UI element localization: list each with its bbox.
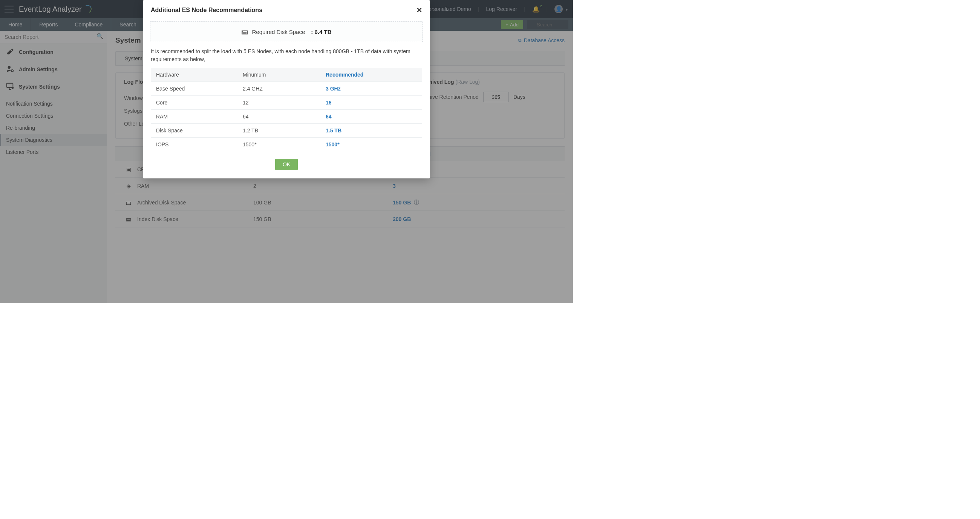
es-node-modal: Additional ES Node Recommendations ✕ 🖴 R… — [143, 0, 430, 179]
modal-title: Additional ES Node Recommendations — [151, 7, 262, 14]
modal-row: IOPS 1500* 1500* — [151, 138, 422, 151]
required-disk-value: : 6.4 TB — [311, 29, 331, 35]
required-disk-space-box: 🖴 Required Disk Space : 6.4 TB — [150, 21, 423, 42]
modal-header-rec: Recommended — [326, 72, 363, 78]
modal-row: Base Speed 2.4 GHZ 3 GHz — [151, 82, 422, 96]
modal-row: Disk Space 1.2 TB 1.5 TB — [151, 124, 422, 138]
required-disk-label: Required Disk Space — [252, 29, 305, 35]
modal-header-hardware: Hardware — [156, 72, 243, 78]
ok-button[interactable]: OK — [275, 159, 298, 170]
modal-row: RAM 64 64 — [151, 110, 422, 124]
modal-requirements-table: Hardware Minumum Recommended Base Speed … — [151, 68, 422, 151]
hdd-icon: 🖴 — [241, 28, 248, 36]
modal-row: Core 12 16 — [151, 96, 422, 110]
modal-description: It is recommended to split the load with… — [143, 42, 430, 64]
modal-overlay: Additional ES Node Recommendations ✕ 🖴 R… — [0, 0, 573, 303]
modal-header-min: Minumum — [243, 72, 326, 78]
close-icon[interactable]: ✕ — [417, 6, 422, 14]
